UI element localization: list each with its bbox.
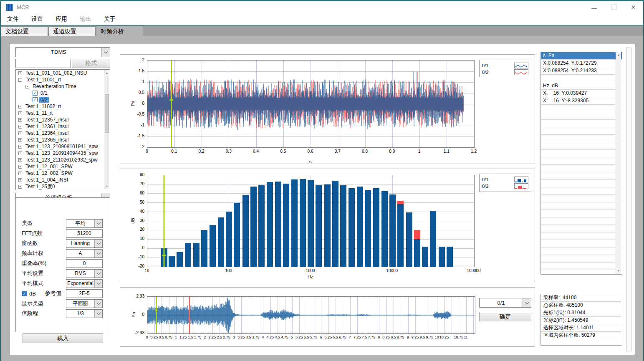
tree-item[interactable]: +Test 1_123_210914094435_spw bbox=[16, 150, 110, 157]
频率计权-select[interactable]: A bbox=[66, 249, 103, 258]
param-input[interactable] bbox=[66, 229, 103, 238]
expand-plus-icon[interactable]: + bbox=[18, 71, 22, 75]
expand-plus-icon[interactable]: + bbox=[18, 118, 22, 122]
confirm-button[interactable]: 确定 bbox=[479, 312, 531, 321]
expand-plus-icon[interactable]: + bbox=[18, 185, 22, 189]
tree-item[interactable]: -Test 1_11001_rt bbox=[16, 76, 110, 83]
tree-item[interactable]: ✓0/1 bbox=[16, 90, 110, 96]
spectrum-plot-area[interactable] bbox=[147, 175, 475, 267]
cursor-list-row[interactable] bbox=[541, 247, 622, 255]
cursor-list-row[interactable] bbox=[541, 187, 622, 195]
close-button[interactable]: ✕ bbox=[624, 1, 643, 13]
cursor-list-row[interactable] bbox=[541, 105, 622, 112]
tree-item[interactable]: +Test 1_25度0 bbox=[16, 183, 110, 190]
cursor-list-row[interactable] bbox=[541, 217, 622, 225]
chevron-down-icon[interactable] bbox=[523, 298, 531, 307]
expand-plus-icon[interactable]: + bbox=[18, 105, 22, 109]
menu-item-1[interactable]: 文件 bbox=[1, 13, 25, 25]
chevron-down-icon[interactable] bbox=[94, 270, 102, 278]
cursor-list-row[interactable] bbox=[541, 172, 622, 180]
tree-item[interactable]: +Test 1_12_002_SPW bbox=[16, 170, 110, 177]
channel-select[interactable]: 0/1 bbox=[479, 298, 531, 308]
cursor-list-row[interactable] bbox=[541, 263, 622, 270]
tree-item[interactable]: -Reverberation Time bbox=[16, 83, 110, 90]
param-input[interactable] bbox=[66, 259, 103, 268]
tab-3[interactable]: 时频分析 bbox=[96, 25, 143, 36]
cursor-list-row[interactable]: X: 16 Y:0.039427 bbox=[541, 90, 622, 97]
tab-1[interactable]: 文档设置 bbox=[1, 26, 48, 36]
cursor-list-row[interactable] bbox=[541, 120, 622, 127]
scroll-up-icon[interactable]: ▲ bbox=[616, 52, 621, 58]
tree-scrollbar-thumb[interactable] bbox=[105, 94, 109, 133]
cursor-list-row[interactable] bbox=[541, 127, 622, 135]
平均设置-select[interactable]: RMS bbox=[66, 269, 103, 278]
cursor-list-row[interactable] bbox=[541, 202, 622, 210]
scroll-down-icon[interactable]: ▼ bbox=[616, 268, 621, 274]
scroll-down-icon[interactable]: ▼ bbox=[104, 184, 109, 189]
cursor-list-row[interactable] bbox=[541, 135, 622, 142]
db-checkbox[interactable]: ✓ bbox=[22, 291, 27, 296]
tree-item[interactable]: +Test 1_12_001_SPW bbox=[16, 163, 110, 170]
tree-item[interactable]: +Test 1_11002_rt bbox=[16, 103, 110, 110]
cursor-list-scrollbar[interactable]: ▲ ▼ bbox=[616, 52, 621, 274]
cursor-list-row[interactable] bbox=[541, 180, 622, 187]
tree-item[interactable]: ✓0/2 bbox=[16, 96, 110, 103]
expand-plus-icon[interactable]: + bbox=[18, 125, 22, 129]
tab-2[interactable]: 通道设置 bbox=[48, 26, 96, 36]
cursor-list-row[interactable] bbox=[541, 270, 622, 275]
cursor-list-row[interactable] bbox=[541, 75, 622, 82]
cursor-list-row[interactable] bbox=[541, 142, 622, 150]
tree-item[interactable]: +Test 1_123_211026102932_spw bbox=[16, 157, 110, 163]
full-record-chart[interactable]: 2.330-2.3300.250.50.7511.251.51.7522.252… bbox=[120, 287, 535, 347]
time-waveform-chart[interactable]: 21.510.50-0.5-1-1.5-200.10.20.30.40.50.6… bbox=[120, 54, 535, 164]
expand-plus-icon[interactable]: + bbox=[18, 151, 22, 155]
显示类型-select[interactable]: 平面图 bbox=[66, 299, 103, 308]
file-format-select[interactable]: TDMS bbox=[15, 47, 110, 57]
expand-plus-icon[interactable]: + bbox=[18, 131, 22, 135]
expand-plus-icon[interactable]: + bbox=[18, 138, 22, 142]
expand-plus-icon[interactable]: + bbox=[18, 178, 22, 182]
cursor-list-row[interactable] bbox=[541, 255, 622, 263]
chevron-down-icon[interactable] bbox=[101, 48, 110, 57]
checkbox-icon[interactable]: ✓ bbox=[33, 97, 38, 102]
cursor-list-row[interactable]: X:0.088254 Y:0.214233 bbox=[541, 67, 622, 75]
chevron-down-icon[interactable] bbox=[94, 240, 102, 247]
collapse-minus-icon[interactable]: - bbox=[18, 78, 22, 82]
tree-item[interactable]: +Test 1_1_004_INSI bbox=[16, 177, 110, 183]
cursor-list-row[interactable] bbox=[541, 225, 622, 232]
menu-item-3[interactable]: 应用 bbox=[49, 13, 73, 25]
cursor-list-row[interactable] bbox=[541, 157, 622, 165]
right-scrollbar-track[interactable] bbox=[626, 48, 631, 351]
octave-spectrum-chart[interactable]: 80706050403020100-10-2010100100010000100… bbox=[120, 169, 535, 281]
cursor-list-row[interactable]: X:0.088254 Y:0.172729 bbox=[541, 60, 622, 67]
expand-plus-icon[interactable]: + bbox=[18, 172, 22, 175]
chevron-down-icon[interactable] bbox=[94, 280, 102, 288]
expand-plus-icon[interactable]: + bbox=[18, 145, 22, 149]
tree-item[interactable]: +Test 1_12357_insul bbox=[16, 116, 110, 123]
cursor-list-row[interactable] bbox=[541, 210, 622, 217]
tree-scrollbar[interactable]: ▲ ▼ bbox=[104, 70, 109, 189]
menu-item-5[interactable]: 关于 bbox=[98, 13, 122, 25]
expand-plus-icon[interactable]: + bbox=[18, 111, 22, 115]
倍频程-select[interactable]: 1/3 bbox=[66, 309, 103, 318]
chevron-down-icon[interactable] bbox=[94, 220, 102, 227]
tree-item[interactable]: +Test 1_12364_insul bbox=[16, 130, 110, 136]
cursor-list-row[interactable] bbox=[541, 232, 622, 240]
cursor-list-row[interactable] bbox=[541, 150, 622, 157]
collapse-minus-icon[interactable]: - bbox=[25, 85, 29, 88]
maximize-button[interactable] bbox=[604, 1, 624, 13]
tree-item[interactable]: +Test 1_001_001_002_INSU bbox=[16, 70, 110, 76]
expand-plus-icon[interactable]: + bbox=[18, 165, 22, 169]
load-button[interactable]: 载入 bbox=[23, 333, 103, 343]
tree-item[interactable]: +Test 1_11_rt bbox=[16, 110, 110, 116]
reference-value-input[interactable] bbox=[66, 289, 103, 298]
chevron-down-icon[interactable] bbox=[94, 250, 102, 257]
cursor-list-row[interactable] bbox=[541, 112, 622, 120]
cursor-list-header[interactable]: s Pa bbox=[541, 52, 622, 60]
chevron-down-icon[interactable] bbox=[94, 310, 102, 318]
cursor-list-row[interactable] bbox=[541, 195, 622, 202]
time-plot-area[interactable] bbox=[147, 60, 475, 148]
tree-item[interactable]: +Test 1_123_210908101941_spw bbox=[16, 143, 110, 150]
tree-item[interactable]: +Test 1_12365_insul bbox=[16, 136, 110, 143]
scroll-up-icon[interactable]: ▲ bbox=[104, 70, 109, 76]
